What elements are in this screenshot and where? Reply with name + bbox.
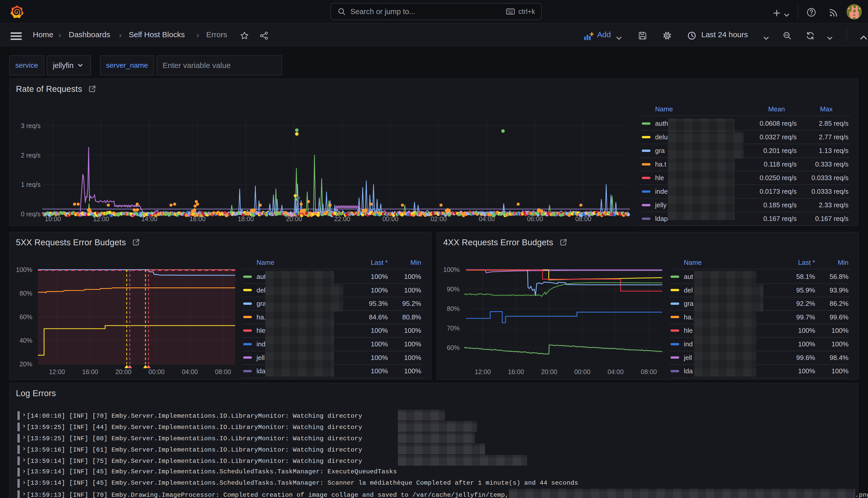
svg-text:2 req/s: 2 req/s	[21, 152, 41, 159]
svg-text:60%: 60%	[447, 344, 460, 351]
svg-text:00:00: 00:00	[574, 368, 590, 375]
svg-text:12:00: 12:00	[475, 368, 491, 375]
svg-text:12:00: 12:00	[49, 368, 65, 375]
svg-text:20:00: 20:00	[116, 368, 132, 375]
svg-text:100%: 100%	[443, 266, 460, 273]
svg-text:00:00: 00:00	[148, 368, 165, 375]
svg-text:0 req/s: 0 req/s	[21, 210, 41, 218]
svg-text:90%: 90%	[447, 286, 460, 293]
svg-text:10:00: 10:00	[45, 215, 61, 222]
svg-text:02:00: 02:00	[431, 215, 447, 222]
svg-text:22:00: 22:00	[334, 215, 350, 222]
svg-text:80%: 80%	[19, 290, 32, 297]
svg-text:08:00: 08:00	[641, 368, 657, 375]
svg-text:18:00: 18:00	[238, 215, 254, 222]
svg-text:3 req/s: 3 req/s	[21, 122, 41, 129]
svg-text:00:00: 00:00	[383, 215, 399, 222]
svg-text:20%: 20%	[19, 361, 32, 368]
svg-text:100%: 100%	[16, 266, 32, 273]
svg-text:20:00: 20:00	[541, 368, 557, 375]
svg-text:1 req/s: 1 req/s	[21, 181, 41, 188]
svg-text:16:00: 16:00	[82, 368, 98, 375]
svg-text:70%: 70%	[447, 325, 460, 332]
svg-text:04:00: 04:00	[607, 368, 624, 375]
svg-text:06:00: 06:00	[527, 215, 543, 222]
svg-text:60%: 60%	[19, 313, 32, 320]
svg-text:16:00: 16:00	[508, 368, 524, 375]
svg-text:04:00: 04:00	[182, 368, 198, 375]
svg-text:08:00: 08:00	[215, 368, 231, 375]
svg-text:40%: 40%	[19, 337, 32, 344]
svg-text:80%: 80%	[447, 305, 460, 312]
